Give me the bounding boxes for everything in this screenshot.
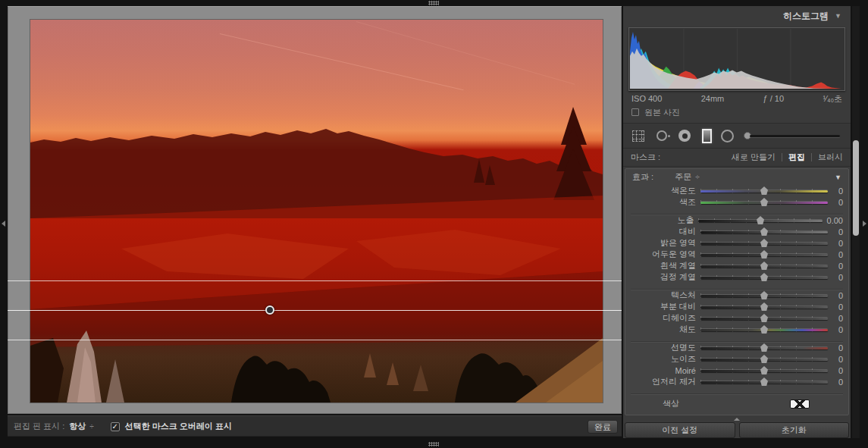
scrollbar-thumb[interactable] xyxy=(853,140,859,236)
landscape-silhouette xyxy=(30,20,603,403)
noise-slider[interactable] xyxy=(700,354,828,364)
mask-edit-button[interactable]: 편집 xyxy=(788,152,805,163)
color-swatch[interactable] xyxy=(790,399,810,409)
right-panel-collapse-arrow-icon[interactable] xyxy=(863,221,866,227)
moire-slider[interactable] xyxy=(700,365,828,375)
divider xyxy=(631,283,843,290)
contrast-slider[interactable] xyxy=(700,227,828,237)
slider-thumb[interactable] xyxy=(760,291,768,299)
slider-thumb[interactable] xyxy=(760,355,768,363)
effect-preset-dropdown[interactable]: 주문 xyxy=(675,171,691,183)
mask-brush-button[interactable]: 브러시 xyxy=(818,152,843,163)
color-label: 색상 xyxy=(663,398,679,409)
crop-tool-icon[interactable] xyxy=(632,130,644,142)
slider-thumb[interactable] xyxy=(760,378,768,386)
histogram-svg xyxy=(630,29,844,89)
effect-panel: 효과 : 주문 ÷ ▼ 색온도 0 색조 0 노출 0.00 xyxy=(625,168,849,415)
slider-thumb[interactable] xyxy=(760,186,768,195)
dehaze-slider[interactable] xyxy=(700,313,828,323)
previous-settings-button[interactable]: 이전 설정 xyxy=(625,422,735,438)
slider-thumb[interactable] xyxy=(760,325,768,334)
graduated-filter-center-line[interactable] xyxy=(8,310,622,311)
effect-collapse-icon[interactable]: ▼ xyxy=(835,174,841,181)
panel-scrollbar[interactable] xyxy=(852,6,860,438)
slider-whites: 흰색 계열 0 xyxy=(625,260,848,271)
mask-new-button[interactable]: 새로 만들기 xyxy=(732,152,776,163)
effect-label: 효과 : xyxy=(632,171,653,183)
panel-scroll-notch xyxy=(734,418,740,421)
slider-temp: 색온도 0 xyxy=(625,185,848,196)
slider-thumb[interactable] xyxy=(760,239,768,247)
slider-thumb[interactable] xyxy=(760,250,768,258)
tint-slider[interactable] xyxy=(700,197,828,207)
slider-dehaze: 디헤이즈 0 xyxy=(625,312,848,324)
histogram-header[interactable]: 히스토그램 ▼ xyxy=(623,6,851,26)
divider xyxy=(631,335,843,342)
edit-pin-value-dropdown[interactable]: 항상 xyxy=(69,421,86,432)
clarity-slider[interactable] xyxy=(700,302,828,312)
saturation-slider[interactable] xyxy=(700,324,828,334)
slider-noise: 노이즈 0 xyxy=(625,353,848,365)
whites-slider[interactable] xyxy=(700,261,828,271)
graduated-filter-bottom-line[interactable] xyxy=(8,340,622,340)
slider-thumb[interactable] xyxy=(760,366,768,374)
reset-button[interactable]: 초기화 xyxy=(739,422,850,438)
effect-header: 효과 : 주문 ÷ ▼ xyxy=(625,169,848,185)
aperture-value: ƒ / 10 xyxy=(763,94,785,103)
slider-thumb[interactable] xyxy=(760,343,768,352)
graduated-filter-pin[interactable] xyxy=(265,305,274,315)
slider-thumb[interactable] xyxy=(757,216,764,224)
canvas-toolbar: 편집 핀 표시 : 항상 ÷ ✓ 선택한 마스크 오버레이 표시 완료 xyxy=(8,415,622,437)
graduated-filter-tool-icon[interactable] xyxy=(702,129,712,143)
spot-removal-tool-icon[interactable] xyxy=(656,130,667,141)
histogram-collapse-icon[interactable]: ▼ xyxy=(835,12,841,20)
sharpness-slider[interactable] xyxy=(700,343,828,352)
color-row: 색상 xyxy=(625,394,848,413)
slider-thumb[interactable] xyxy=(760,273,768,281)
slider-thumb[interactable] xyxy=(760,227,768,236)
shadows-slider[interactable] xyxy=(700,249,828,259)
graduated-filter-top-line[interactable] xyxy=(8,280,622,281)
left-panel-collapse-arrow-icon[interactable] xyxy=(2,221,5,227)
exif-info-row: ISO 400 24mm ƒ / 10 ¹⁄₄₀초 xyxy=(623,92,851,105)
slider-blacks: 검정 계열 0 xyxy=(625,271,848,283)
original-photo-checkbox[interactable] xyxy=(631,108,639,116)
bottom-panel-collapse-handle[interactable] xyxy=(428,442,439,446)
focal-length-value: 24mm xyxy=(701,94,725,103)
top-panel-collapse-handle[interactable] xyxy=(428,1,439,5)
slider-defringe: 언저리 제거 0 xyxy=(625,376,848,387)
popup-indicator-icon[interactable]: ÷ xyxy=(695,173,700,181)
popup-indicator-icon[interactable]: ÷ xyxy=(89,422,94,431)
mask-overlay-checkbox-label[interactable]: 선택한 마스크 오버레이 표시 xyxy=(125,421,232,432)
tool-strip xyxy=(623,123,851,149)
edit-pin-label: 편집 핀 표시 : xyxy=(14,421,64,432)
mask-overlay-checkbox[interactable]: ✓ xyxy=(111,422,120,431)
photo-with-mask-overlay[interactable] xyxy=(30,20,603,403)
slider-thumb[interactable] xyxy=(760,262,768,270)
slider-tint: 색조 0 xyxy=(625,196,848,208)
texture-slider[interactable] xyxy=(700,290,828,300)
divider xyxy=(811,153,812,161)
iso-value: ISO 400 xyxy=(631,94,662,103)
slider-thumb[interactable] xyxy=(760,314,768,322)
exposure-slider[interactable] xyxy=(698,215,822,225)
done-button[interactable]: 완료 xyxy=(588,420,618,434)
image-canvas[interactable] xyxy=(8,6,622,414)
brush-size-slider[interactable] xyxy=(750,135,840,137)
histogram-chart[interactable] xyxy=(628,27,845,91)
original-photo-row: 원본 사진 xyxy=(623,105,851,119)
highlights-slider[interactable] xyxy=(700,238,828,248)
panel-footer: 이전 설정 초기화 xyxy=(625,422,849,438)
temp-slider[interactable] xyxy=(700,186,828,196)
mask-bar: 마스크 : 새로 만들기 편집 브러시 xyxy=(623,149,851,167)
divider xyxy=(631,387,843,394)
slider-thumb[interactable] xyxy=(760,198,768,206)
shutter-speed-value: ¹⁄₄₀초 xyxy=(823,93,842,105)
defringe-slider[interactable] xyxy=(700,377,828,387)
red-eye-tool-icon[interactable] xyxy=(678,130,691,142)
slider-contrast: 대비 0 xyxy=(625,226,848,237)
blacks-slider[interactable] xyxy=(700,272,828,282)
radial-filter-tool-icon[interactable] xyxy=(721,130,734,143)
original-photo-label: 원본 사진 xyxy=(644,107,680,118)
slider-thumb[interactable] xyxy=(760,302,768,311)
